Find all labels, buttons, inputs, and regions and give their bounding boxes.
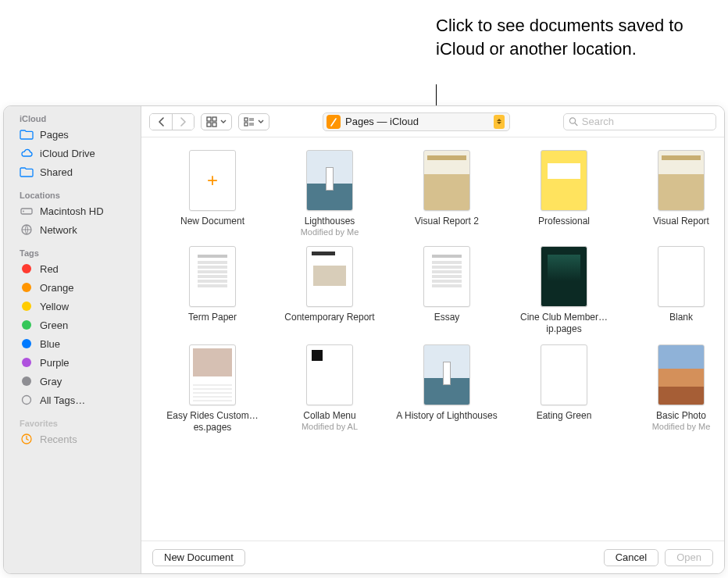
svg-point-1 xyxy=(23,211,24,212)
sidebar-item-pages[interactable]: Pages xyxy=(4,125,141,144)
document-title: A History of Lighthouses xyxy=(396,410,497,422)
document-tile[interactable]: Basic PhotoModified by Me xyxy=(627,344,724,434)
chevron-down-icon xyxy=(258,120,264,124)
document-tile[interactable]: Collab MenuModified by AL xyxy=(276,344,384,434)
sidebar-tag-orange[interactable]: Orange xyxy=(4,278,141,297)
search-field[interactable] xyxy=(563,113,716,130)
sidebar-item-label: Yellow xyxy=(40,301,69,312)
tag-dot-icon xyxy=(20,299,34,313)
document-tile[interactable]: Visual Report 2 xyxy=(393,150,501,237)
document-thumb xyxy=(541,344,587,405)
new-document-tile[interactable]: +New Document xyxy=(159,150,266,237)
dialog-footer: New Document Cancel Open xyxy=(141,541,724,573)
new-document-button[interactable]: New Document xyxy=(152,549,245,566)
document-tile[interactable]: Easy Rides Custom…es.pages xyxy=(159,344,266,434)
sidebar-tag-gray[interactable]: Gray xyxy=(4,372,141,391)
sidebar-item-label: Pages xyxy=(40,129,69,141)
sidebar-item-label: Orange xyxy=(40,282,73,294)
back-button[interactable] xyxy=(150,114,172,130)
document-subtitle: Modified by Me xyxy=(652,422,711,431)
document-thumb xyxy=(306,344,353,405)
document-thumb xyxy=(423,246,470,307)
sidebar-item-label: Purple xyxy=(40,357,70,369)
sidebar-item-label: Gray xyxy=(40,376,62,387)
document-title: Essay xyxy=(434,312,460,323)
forward-button[interactable] xyxy=(172,114,194,130)
sidebar-item-label: Green xyxy=(40,319,68,331)
plus-icon: + xyxy=(207,169,218,191)
sidebar-tag-yellow[interactable]: Yellow xyxy=(4,297,141,316)
group-icon xyxy=(244,117,255,127)
document-tile[interactable]: Professional xyxy=(510,150,618,237)
document-title: Lighthouses xyxy=(305,216,355,227)
sidebar-header-tags: Tags xyxy=(4,245,141,259)
sidebar-item-all-tags[interactable]: All Tags… xyxy=(4,391,141,409)
sidebar: iCloud Pages iCloud Drive Shared Locatio… xyxy=(4,106,141,573)
sidebar-item-label: All Tags… xyxy=(40,394,85,406)
view-mode-button[interactable] xyxy=(201,113,232,130)
sidebar-tag-green[interactable]: Green xyxy=(4,316,141,334)
document-tile[interactable]: Contemporary Report xyxy=(276,246,384,335)
document-tile[interactable]: LighthousesModified by Me xyxy=(276,150,384,237)
document-tile[interactable]: Term Paper xyxy=(159,246,266,335)
tag-dot-icon xyxy=(20,337,34,351)
grid-icon xyxy=(206,116,217,127)
chevron-right-icon xyxy=(180,117,187,127)
sidebar-item-recents[interactable]: Recents xyxy=(4,430,141,448)
document-thumb xyxy=(423,150,470,211)
document-thumb xyxy=(658,150,705,211)
open-button[interactable]: Open xyxy=(665,549,713,566)
document-title: Blank xyxy=(669,312,693,323)
main-area: Pages — iCloud +New DocumentLighthousesM… xyxy=(141,106,724,573)
svg-rect-8 xyxy=(212,123,216,127)
svg-rect-7 xyxy=(207,123,211,127)
document-thumb xyxy=(541,246,587,307)
document-title: Basic Photo xyxy=(656,410,706,422)
svg-rect-9 xyxy=(244,118,248,121)
document-thumb xyxy=(423,344,470,405)
sidebar-item-icloud-drive[interactable]: iCloud Drive xyxy=(4,144,141,162)
document-tile[interactable]: Blank xyxy=(627,246,724,335)
sidebar-header-locations: Locations xyxy=(4,187,141,202)
sidebar-item-macintosh-hd[interactable]: Macintosh HD xyxy=(4,202,141,220)
cancel-button[interactable]: Cancel xyxy=(604,549,658,566)
document-title: Term Paper xyxy=(188,312,237,323)
pages-app-icon xyxy=(327,115,341,129)
sidebar-tag-purple[interactable]: Purple xyxy=(4,353,141,372)
document-thumb xyxy=(189,246,236,307)
document-thumb xyxy=(658,246,705,307)
document-tile[interactable]: Visual Report xyxy=(627,150,724,237)
sidebar-tag-blue[interactable]: Blue xyxy=(4,334,141,353)
document-tile[interactable]: A History of Lighthouses xyxy=(393,344,501,434)
sidebar-item-network[interactable]: Network xyxy=(4,220,141,239)
globe-icon xyxy=(20,223,34,237)
svg-point-11 xyxy=(569,118,575,123)
tag-dot-icon xyxy=(20,318,34,332)
search-input[interactable] xyxy=(582,116,711,127)
location-popup-button[interactable]: Pages — iCloud xyxy=(323,112,510,131)
folder-icon xyxy=(20,127,34,141)
document-subtitle: Modified by AL xyxy=(302,422,358,431)
sidebar-tag-list: RedOrangeYellowGreenBluePurpleGray xyxy=(4,259,141,391)
document-tile[interactable]: Essay xyxy=(393,246,501,335)
sidebar-header-favorites: Favorites xyxy=(4,416,141,430)
document-tile[interactable]: Eating Green xyxy=(510,344,618,434)
document-thumb xyxy=(189,344,236,405)
sidebar-item-shared[interactable]: Shared xyxy=(4,162,141,181)
tag-dot-icon xyxy=(20,374,34,388)
search-icon xyxy=(569,116,578,127)
group-by-button[interactable] xyxy=(238,113,269,130)
svg-rect-6 xyxy=(212,117,216,121)
document-title: Visual Report 2 xyxy=(415,216,479,227)
tag-dot-icon xyxy=(20,280,34,294)
document-tile[interactable]: Cine Club Member…ip.pages xyxy=(510,246,618,335)
annotation-callout: Click to see documents saved to iCloud o… xyxy=(436,14,686,60)
document-title: Cine Club Member…ip.pages xyxy=(510,312,618,335)
document-thumb xyxy=(658,344,705,405)
cloud-icon xyxy=(20,146,34,160)
toolbar: Pages — iCloud xyxy=(141,106,724,137)
sidebar-tag-red[interactable]: Red xyxy=(4,259,141,278)
document-title: Eating Green xyxy=(537,410,592,422)
shared-folder-icon xyxy=(20,165,34,179)
document-thumb xyxy=(541,150,587,211)
